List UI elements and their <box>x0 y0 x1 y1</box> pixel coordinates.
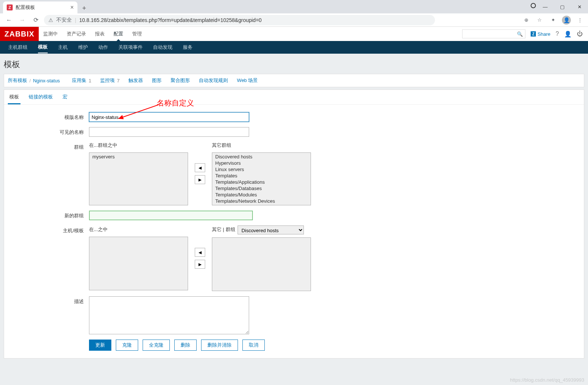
profile-avatar-icon[interactable]: 👤 <box>562 16 571 25</box>
breadcrumb-link[interactable]: 聚合图形 <box>171 77 190 84</box>
breadcrumb-count: 1 <box>89 78 91 83</box>
minimize-icon[interactable]: — <box>537 0 554 13</box>
bookmark-icon[interactable]: ☆ <box>535 16 544 25</box>
menu-icon[interactable]: ⋮ <box>575 16 584 25</box>
other-groups-listbox[interactable]: Discovered hostsHypervisorsLinux servers… <box>212 152 311 205</box>
topnav-item[interactable]: 资产记录 <box>62 27 90 41</box>
watermark: https://blog.csdn.net/qq_45939993 <box>510 377 585 383</box>
subnav-item[interactable]: 模板 <box>33 41 53 54</box>
in-hosts-listbox[interactable] <box>89 237 188 290</box>
clone-button[interactable]: 克隆 <box>116 340 138 351</box>
extensions-icon[interactable]: ✦ <box>549 16 557 25</box>
breadcrumb-link[interactable]: Web 场景 <box>237 77 258 84</box>
breadcrumb: 所有模板 / Nginx-status应用集 1监控项 7触发器图形聚合图形自动… <box>4 74 584 87</box>
insecure-icon: ⚠ <box>48 17 53 23</box>
other-groups-header: 其它群组 <box>212 142 311 149</box>
list-item[interactable]: Templates/Applications <box>213 179 310 185</box>
delete-button[interactable]: 删除 <box>174 340 197 351</box>
back-icon[interactable]: ← <box>4 15 14 25</box>
breadcrumb-link[interactable]: 监控项 <box>100 77 115 84</box>
subnav-item[interactable]: 关联项事件 <box>113 41 148 54</box>
tab-title: 配置模板 <box>16 4 35 11</box>
sub-nav: 主机群组模板主机维护动作关联项事件自动发现服务 <box>0 41 588 54</box>
form-tab[interactable]: 模板 <box>8 94 20 104</box>
search-icon: 🔍 <box>517 31 523 37</box>
update-button[interactable]: 更新 <box>89 340 111 351</box>
insecure-label: 不安全 <box>56 17 72 23</box>
annotation-text: 名称自定义 <box>157 98 194 108</box>
browser-tab-strip: Z 配置模板 × + — ▢ ✕ <box>0 0 588 13</box>
zabbix-logo[interactable]: ZABBIX <box>0 27 39 41</box>
hosts-group-select[interactable]: Discovered hosts <box>238 225 304 234</box>
in-groups-listbox[interactable]: myservers <box>89 152 188 205</box>
tab-close-icon[interactable]: × <box>70 4 74 11</box>
delete-clear-button[interactable]: 删除并清除 <box>201 340 238 351</box>
header-search[interactable]: 🔍 <box>462 29 525 38</box>
other-hosts-listbox[interactable] <box>212 237 311 291</box>
hosts-move-left-button[interactable]: ◀ <box>195 248 205 257</box>
description-textarea[interactable] <box>89 296 249 334</box>
topnav-item[interactable]: 监测中 <box>39 27 62 41</box>
other-hosts-header: 其它 | 群组 <box>212 226 235 234</box>
list-item[interactable]: Templates/Network Devices <box>213 198 310 204</box>
form-tab[interactable]: 链接的模板 <box>27 94 54 104</box>
tab-favicon: Z <box>7 4 13 10</box>
label-new-group: 新的群组 <box>8 211 89 219</box>
user-icon[interactable]: 👤 <box>564 31 572 38</box>
label-groups: 群组 <box>8 142 89 151</box>
breadcrumb-link[interactable]: 自动发现规则 <box>199 77 228 84</box>
search-url-icon[interactable]: ⊕ <box>522 16 531 25</box>
visible-name-input[interactable] <box>89 127 249 137</box>
list-item[interactable]: Hypervisors <box>213 160 310 166</box>
move-right-button[interactable]: ▶ <box>195 175 205 184</box>
reload-icon[interactable]: ⟳ <box>31 15 41 25</box>
list-item[interactable]: Discovered hosts <box>213 154 310 160</box>
subnav-item[interactable]: 动作 <box>93 41 113 54</box>
account-ring-icon[interactable] <box>531 3 536 8</box>
breadcrumb-current[interactable]: Nginx-status <box>33 78 60 83</box>
list-item[interactable]: Linux servers <box>213 166 310 173</box>
subnav-item[interactable]: 服务 <box>178 41 198 54</box>
form-tabs: 模板链接的模板宏 <box>4 90 584 105</box>
url-field[interactable]: ⚠ 不安全 | 10.8.165.28/zabbix/templates.php… <box>44 15 435 25</box>
label-hosts: 主机/模板 <box>8 225 89 234</box>
new-group-input[interactable] <box>89 211 253 220</box>
label-description: 描述 <box>8 296 89 305</box>
breadcrumb-link[interactable]: 图形 <box>152 77 162 84</box>
cancel-button[interactable]: 取消 <box>242 340 265 351</box>
topnav-item[interactable]: 管理 <box>128 27 146 41</box>
share-link[interactable]: ZShare <box>531 31 550 37</box>
breadcrumb-count: 7 <box>117 78 120 83</box>
new-tab-button[interactable]: + <box>79 3 89 13</box>
topnav-item[interactable]: 配置 <box>109 27 128 41</box>
form-card: 模板链接的模板宏 名称自定义 模版名称 可见的名称 群组 在...群组之 <box>4 89 584 359</box>
full-clone-button[interactable]: 全克隆 <box>143 340 170 351</box>
breadcrumb-link[interactable]: 触发器 <box>128 77 143 84</box>
label-visible-name: 可见的名称 <box>8 127 89 136</box>
help-icon[interactable]: ? <box>556 31 559 37</box>
list-item[interactable]: Templates/Databases <box>213 185 310 192</box>
subnav-item[interactable]: 主机群组 <box>3 41 33 54</box>
close-window-icon[interactable]: ✕ <box>571 0 588 13</box>
in-groups-header: 在...群组之中 <box>89 142 188 149</box>
list-item[interactable]: Templates/Operating Systems <box>213 204 310 205</box>
share-label: Share <box>537 31 550 37</box>
browser-tab[interactable]: Z 配置模板 × <box>3 1 77 13</box>
topnav-item[interactable]: 报表 <box>90 27 109 41</box>
list-item[interactable]: Templates/Modules <box>213 192 310 198</box>
maximize-icon[interactable]: ▢ <box>554 0 571 13</box>
subnav-item[interactable]: 主机 <box>53 41 73 54</box>
move-left-button[interactable]: ◀ <box>195 163 205 172</box>
page-title: 模板 <box>0 54 588 74</box>
url-text: 10.8.165.28/zabbix/templates.php?form=up… <box>79 17 262 23</box>
power-icon[interactable]: ⏻ <box>577 31 583 37</box>
breadcrumb-link[interactable]: 应用集 <box>72 77 86 84</box>
form-tab[interactable]: 宏 <box>61 94 69 104</box>
hosts-move-right-button[interactable]: ▶ <box>195 260 205 269</box>
list-item[interactable]: myservers <box>90 154 187 160</box>
subnav-item[interactable]: 自动发现 <box>148 41 178 54</box>
breadcrumb-all[interactable]: 所有模板 <box>8 77 27 84</box>
list-item[interactable]: Templates <box>213 173 310 179</box>
subnav-item[interactable]: 维护 <box>73 41 93 54</box>
template-name-input[interactable] <box>89 112 249 122</box>
